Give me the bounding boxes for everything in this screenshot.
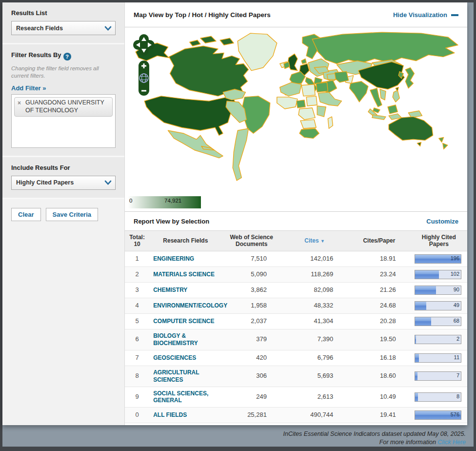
include-results-dropdown[interactable]: Highly Cited Papers — [11, 176, 116, 190]
highly-cited-bar-fill — [415, 393, 418, 401]
row-cites: 2,613 — [281, 387, 348, 408]
column-cites-per-paper[interactable]: Cites/Paper — [348, 231, 410, 251]
collapse-minus-icon[interactable] — [451, 14, 458, 16]
research-field-link[interactable]: ENGINEERING — [153, 255, 194, 262]
report-table-body: 1ENGINEERING7,510142,01618.911962MATERIA… — [125, 251, 467, 423]
click-here-link[interactable]: Click Here — [437, 439, 466, 446]
help-icon[interactable]: ? — [63, 53, 71, 61]
filter-list-box: × GUANGDONG UNIVERSITY OF TECHNOLOGY — [11, 94, 116, 148]
research-field-link[interactable]: ALL FIELDS — [153, 411, 187, 418]
row-rank: 3 — [125, 282, 149, 298]
row-docs: 1,958 — [222, 298, 281, 313]
column-total: Total:10 — [125, 231, 149, 251]
row-docs: 249 — [222, 387, 281, 408]
highly-cited-bar-value: 196 — [451, 255, 459, 262]
main-panel: Map View by Top / Hot / Highly Cited Pap… — [125, 2, 467, 425]
row-highly-cited: 11 — [411, 350, 467, 366]
research-field-link[interactable]: COMPUTER SCIENCE — [153, 318, 214, 325]
table-row: 7GEOSCIENCES4206,79616.1811 — [125, 350, 467, 366]
row-field: COMPUTER SCIENCE — [149, 313, 221, 329]
clear-button[interactable]: Clear — [11, 208, 41, 221]
include-results-section: Include Results For Highly Cited Papers — [2, 157, 124, 199]
highly-cited-bar: 196 — [415, 254, 461, 264]
highly-cited-bar: 49 — [415, 301, 461, 310]
row-field: AGRICULTURAL SCIENCES — [149, 366, 221, 387]
research-field-link[interactable]: ENVIRONMENT/ECOLOGY — [153, 302, 227, 309]
highly-cited-bar-fill — [415, 270, 439, 279]
row-rank: 5 — [125, 313, 149, 329]
row-field: CHEMISTRY — [149, 282, 221, 298]
row-cites-per-paper: 16.18 — [348, 350, 410, 366]
hide-visualization-link[interactable]: Hide Visualization — [393, 11, 447, 19]
row-cites-per-paper: 21.26 — [348, 282, 410, 298]
research-field-link[interactable]: MATERIALS SCIENCE — [153, 271, 215, 278]
map-landmass-south-america — [223, 89, 270, 181]
column-wos-documents[interactable]: Web of Science Documents — [222, 231, 281, 251]
row-highly-cited: 68 — [411, 313, 467, 329]
highly-cited-bar: 7 — [415, 371, 461, 381]
map-controls[interactable] — [133, 33, 155, 99]
research-field-link[interactable]: SOCIAL SCIENCES, GENERAL — [153, 390, 208, 404]
row-highly-cited: 196 — [411, 251, 467, 266]
row-highly-cited: 576 — [411, 408, 467, 423]
column-cites[interactable]: Cites ▼ — [281, 231, 348, 251]
map-landmass-north-america — [136, 33, 289, 158]
map-view-title: Map View by Top / Hot / Highly Cited Pap… — [134, 11, 271, 19]
research-field-link[interactable]: AGRICULTURAL SCIENCES — [153, 369, 199, 383]
world-map-svg[interactable] — [127, 28, 465, 186]
row-field: SOCIAL SCIENCES, GENERAL — [149, 387, 221, 408]
map-landmass-asia — [312, 32, 458, 120]
table-row: 4ENVIRONMENT/ECOLOGY1,95848,33224.6849 — [125, 298, 467, 313]
report-view-header: Report View by Selection Customize — [125, 212, 467, 231]
row-rank: 4 — [125, 298, 149, 313]
research-field-link[interactable]: BIOLOGY & BIOCHEMISTRY — [153, 332, 198, 347]
highly-cited-bar: 90 — [415, 286, 461, 295]
research-field-link[interactable]: GEOSCIENCES — [153, 354, 196, 361]
row-field: BIOLOGY & BIOCHEMISTRY — [149, 329, 221, 350]
save-criteria-button[interactable]: Save Criteria — [46, 208, 99, 221]
results-list-dropdown[interactable]: Research Fields — [11, 21, 116, 35]
row-highly-cited: 49 — [411, 298, 467, 313]
chevron-down-icon — [100, 21, 115, 35]
row-cites-per-paper: 19.41 — [348, 408, 410, 423]
column-highly-cited-papers[interactable]: Highly Cited Papers — [411, 231, 467, 251]
row-cites: 41,304 — [281, 313, 348, 329]
results-list-title: Results List — [11, 9, 116, 17]
row-highly-cited: 90 — [411, 282, 467, 298]
customize-link[interactable]: Customize — [426, 218, 458, 225]
row-highly-cited: 8 — [411, 387, 467, 408]
row-highly-cited: 102 — [411, 266, 467, 282]
sidebar-filler — [2, 230, 124, 425]
zoom-control[interactable] — [139, 61, 149, 96]
legend-max: 74,921 — [164, 198, 181, 204]
row-cites-per-paper: 18.91 — [348, 251, 410, 266]
row-rank: 7 — [125, 350, 149, 366]
row-rank: 9 — [125, 387, 149, 408]
highly-cited-bar-fill — [415, 335, 416, 344]
row-cites: 118,269 — [281, 266, 348, 282]
row-rank: 1 — [125, 251, 149, 266]
highly-cited-bar-fill — [415, 286, 436, 294]
highly-cited-bar-value: 49 — [454, 302, 459, 308]
row-cites: 142,016 — [281, 251, 348, 266]
include-results-title: Include Results For — [11, 164, 116, 171]
sidebar-actions: Clear Save Criteria — [2, 199, 124, 230]
filter-section: Filter Results By? Changing the filter f… — [2, 44, 124, 157]
highly-cited-bar: 2 — [415, 335, 461, 344]
remove-filter-icon[interactable]: × — [18, 100, 21, 107]
add-filter-link[interactable]: Add Filter » — [11, 84, 46, 92]
pan-control[interactable] — [133, 34, 155, 56]
legend-min: 0 — [129, 198, 132, 204]
results-list-dropdown-value: Research Fields — [12, 25, 100, 32]
row-cites: 82,098 — [281, 282, 348, 298]
filter-tag: × GUANGDONG UNIVERSITY OF TECHNOLOGY — [14, 97, 113, 117]
column-research-fields[interactable]: Research Fields — [149, 231, 221, 251]
highly-cited-bar-value: 7 — [456, 372, 459, 379]
highly-cited-bar-value: 2 — [456, 336, 459, 342]
research-field-link[interactable]: CHEMISTRY — [153, 287, 187, 293]
page-background: Results List Research Fields Filter Resu… — [2, 2, 474, 447]
map-region: 0 74,921 — [125, 27, 467, 212]
table-row: 1ENGINEERING7,510142,01618.91196 — [125, 251, 467, 266]
content-panel: Results List Research Fields Filter Resu… — [2, 2, 467, 425]
results-list-section: Results List Research Fields — [2, 2, 124, 44]
